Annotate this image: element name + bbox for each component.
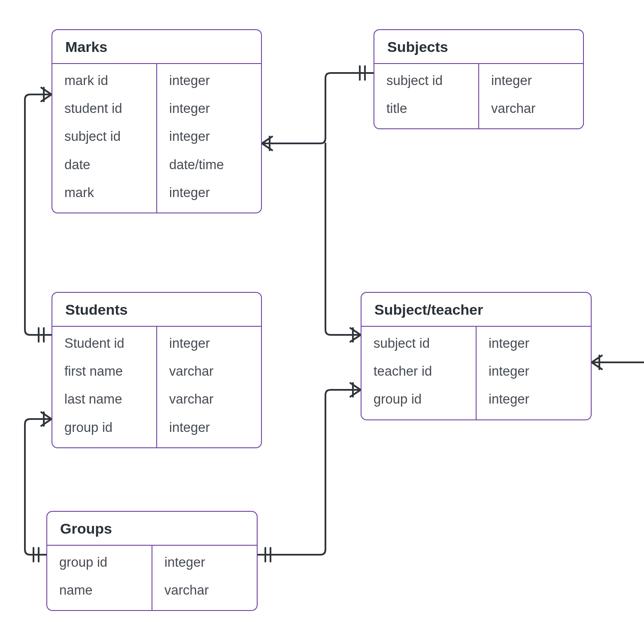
field-type: integer [157,122,261,150]
field-name: subject id [361,329,476,357]
svg-line-2 [41,88,52,94]
field-name: group id [47,548,152,576]
field-name: first name [52,357,156,385]
entity-subject-teacher: Subject/teacher subject id teacher id gr… [361,292,592,420]
er-diagram-canvas: Marks mark id student id subject id date… [0,0,644,644]
entity-students: Students Student id first name last name… [52,292,262,448]
svg-line-20 [350,383,361,390]
svg-line-15 [41,412,52,419]
field-name: date [52,151,156,179]
entity-groups-title: Groups [47,512,257,546]
entity-marks: Marks mark id student id subject id date… [52,29,262,213]
field-type: integer [157,179,261,207]
field-name: Student id [52,329,156,357]
rel-subjects-subjectteacher [325,143,361,335]
svg-line-21 [350,390,361,397]
field-type: integer [152,548,257,576]
field-name: title [374,94,478,122]
svg-line-7 [262,137,272,143]
entity-subjects-title: Subjects [374,30,583,64]
svg-line-24 [592,362,602,369]
svg-line-16 [41,419,52,426]
svg-line-8 [262,143,272,150]
svg-line-3 [41,94,52,101]
field-type: varchar [157,385,261,413]
entity-students-title: Students [52,293,261,327]
rel-students-marks [25,94,52,335]
svg-line-11 [350,335,361,342]
svg-line-10 [350,328,361,335]
field-name: teacher id [361,357,476,385]
field-type: varchar [479,94,583,122]
rel-subjects-marks [262,73,374,143]
field-type: integer [477,357,591,385]
field-name: last name [52,385,156,413]
field-name: group id [52,413,156,441]
field-name: group id [361,385,476,413]
field-type: integer [157,329,261,357]
field-name: student id [52,94,156,122]
field-name: subject id [374,67,478,94]
field-name: mark [52,179,156,207]
field-name: mark id [52,67,156,94]
svg-line-23 [592,355,602,362]
field-type: integer [479,67,583,94]
field-type: date/time [157,151,261,179]
entity-marks-title: Marks [52,30,261,64]
entity-groups: Groups group id name integer varchar [46,511,258,611]
field-type: integer [157,67,261,94]
rel-groups-subjectteacher [258,390,361,555]
entity-subject-teacher-title: Subject/teacher [361,293,591,327]
field-type: integer [477,329,591,357]
field-type: varchar [157,357,261,385]
field-name: name [47,576,152,604]
entity-subjects: Subjects subject id title integer varcha… [374,29,584,129]
field-name: subject id [52,122,156,150]
field-type: varchar [152,576,257,604]
field-type: integer [157,413,261,441]
field-type: integer [157,94,261,122]
field-type: integer [477,385,591,413]
